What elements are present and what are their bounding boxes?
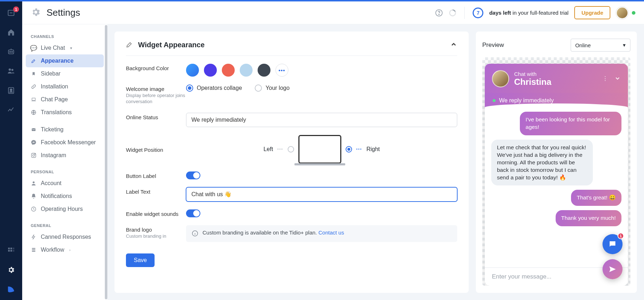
sidebar-item-installation[interactable]: Installation [26, 80, 104, 93]
trial-days-badge: 7 [473, 8, 483, 18]
sidebar-item-account[interactable]: Account [26, 177, 104, 190]
chat-input[interactable] [491, 273, 621, 281]
analytics-icon[interactable] [7, 105, 15, 114]
bell-icon [31, 193, 36, 199]
chevron-down-icon: ▾ [70, 46, 72, 50]
settings-rail-icon[interactable] [7, 266, 15, 274]
label-text-input[interactable] [186, 187, 457, 202]
id-icon[interactable] [7, 86, 15, 95]
online-status-input[interactable] [186, 113, 457, 127]
brush-icon [126, 41, 133, 49]
brand-contact-link[interactable]: Contact us [318, 229, 344, 236]
user-status-dot [632, 11, 635, 15]
welcome-radio-logo[interactable]: Your logo [255, 84, 289, 92]
svg-point-4 [9, 68, 11, 71]
color-swatch-dark[interactable] [258, 64, 270, 77]
svg-rect-27 [32, 251, 35, 252]
fab-badge: 1 [618, 233, 624, 239]
sidebar-item-label: Ticketing [41, 126, 63, 133]
color-swatch-indigo[interactable] [204, 64, 217, 77]
kebab-icon[interactable]: ⋮ [602, 75, 608, 83]
sidebar-item-label: Workflow [41, 247, 64, 253]
help-icon[interactable] [435, 9, 443, 17]
sidebar-item-appearance[interactable]: Appearance [26, 54, 104, 67]
color-swatch-lightblue[interactable] [240, 64, 253, 77]
color-swatch-red[interactable] [222, 64, 235, 77]
svg-point-23 [33, 182, 34, 183]
radio-label: Your logo [265, 85, 289, 91]
preview-status-select[interactable]: Online ▾ [571, 39, 630, 52]
settings-sidebar: CHANNELS 💬 Live Chat ▾ Appearance [22, 24, 107, 300]
svg-rect-17 [32, 98, 35, 100]
welcome-label: Welcome image [126, 86, 186, 92]
sidebar-item-workflow[interactable]: Workflow › [26, 243, 104, 256]
sounds-lbl: Enable widget sounds [126, 211, 186, 217]
sidebar-item-label: Installation [41, 83, 68, 90]
color-swatch-blue[interactable] [186, 64, 199, 77]
preview-canvas: Chat with Christina ⋮ [482, 57, 630, 286]
sidebar-item-label: Appearance [41, 58, 74, 64]
upgrade-button[interactable]: Upgrade [574, 6, 610, 19]
bot-icon[interactable] [7, 47, 15, 56]
sidebar-item-label: Sidebar [41, 71, 60, 77]
sidebar-item-label: Instagram [41, 152, 66, 159]
sidebar-item-notifications[interactable]: Notifications [26, 190, 104, 203]
globe-icon [31, 110, 36, 115]
chat-bubble-right: Thank you very much! [556, 210, 621, 226]
sidebar-item-label: Chat Page [41, 96, 68, 103]
apps-icon[interactable] [7, 246, 15, 255]
collapse-toggle[interactable] [450, 41, 457, 49]
sidebar-item-ticketing[interactable]: Ticketing [26, 123, 104, 136]
user-avatar[interactable] [616, 7, 628, 19]
sidebar-item-label: Account [41, 180, 62, 187]
brand-info-bar: Custom branding is available on the Tidi… [186, 225, 457, 242]
save-button[interactable]: Save [126, 253, 155, 267]
sidebar-item-livechat[interactable]: 💬 Live Chat ▾ [26, 42, 104, 54]
position-radio-left[interactable] [288, 146, 294, 153]
sidebar-item-hours[interactable]: Operating Hours [26, 203, 104, 216]
home-icon[interactable] [7, 28, 15, 37]
send-fab[interactable] [602, 259, 623, 279]
progress-ring-icon[interactable] [449, 9, 457, 17]
bgcolor-label: Background Color [126, 65, 186, 71]
link-icon [31, 84, 36, 89]
svg-rect-12 [10, 250, 12, 252]
chat-avatar [492, 70, 509, 87]
radio-icon [186, 84, 193, 92]
sidebar-item-translations[interactable]: Translations [26, 106, 104, 119]
instagram-icon [31, 153, 36, 158]
chevron-down-icon[interactable] [614, 75, 621, 83]
sidebar-item-sidebar[interactable]: Sidebar [26, 67, 104, 80]
sidebar-item-chatpage[interactable]: Chat Page [26, 93, 104, 106]
preview-panel: Preview Online ▾ Chat with [476, 32, 637, 293]
chat-fab[interactable]: 1 [602, 234, 623, 254]
chat-status-text: We reply immediately [499, 97, 554, 104]
svg-point-21 [33, 154, 34, 156]
welcome-radio-collage[interactable]: Operators collage [186, 84, 242, 92]
chat-status-bar: We reply immediately [485, 93, 628, 110]
section-channels: CHANNELS [26, 32, 104, 42]
position-radio-right[interactable] [346, 146, 352, 153]
button-label-toggle[interactable] [186, 171, 200, 179]
chat-bubble-icon: 💬 [31, 45, 36, 51]
svg-rect-10 [13, 248, 15, 250]
sidebar-item-canned[interactable]: Canned Responses [26, 231, 104, 243]
monitor-preview-icon [298, 135, 341, 164]
sidebar-item-instagram[interactable]: Instagram [26, 149, 104, 162]
topbar: Settings 7 days left in your full-featur… [22, 1, 644, 24]
contacts-icon[interactable] [7, 67, 15, 75]
bookmark-icon [31, 71, 36, 77]
label-text-lbl: Label Text [126, 189, 186, 195]
svg-point-2 [10, 52, 11, 53]
account-icon [31, 180, 36, 186]
sidebar-item-messenger[interactable]: Facebook Messenger [26, 136, 104, 149]
inbox-icon[interactable]: 1 [7, 9, 15, 17]
position-label: Widget Position [126, 147, 186, 153]
chat-head-pretitle: Chat with [514, 71, 551, 77]
brand-lbl: Brand logo [126, 227, 186, 233]
laptop-icon [31, 97, 36, 102]
sounds-toggle[interactable] [186, 209, 200, 217]
sidebar-item-label: Operating Hours [41, 206, 83, 212]
color-more-button[interactable]: ••• [275, 64, 288, 77]
svg-rect-26 [32, 250, 35, 250]
